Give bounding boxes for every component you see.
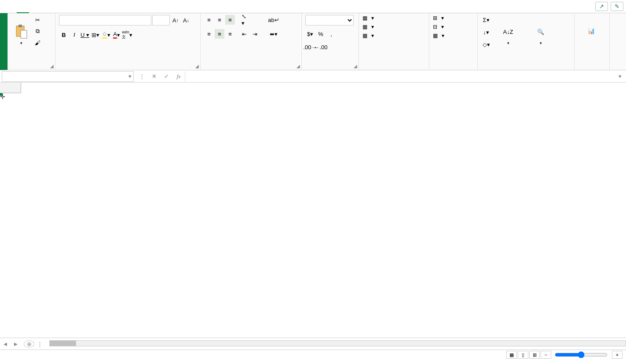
number-format-combo[interactable] <box>305 15 354 25</box>
bold-button[interactable]: B <box>59 30 69 40</box>
svg-rect-1 <box>18 25 22 27</box>
menu-formulas[interactable] <box>54 0 66 13</box>
italic-button[interactable]: I <box>70 30 79 40</box>
cell-style-button[interactable]: ▦ ▾ <box>362 33 374 39</box>
format-painter-button[interactable]: 🖌 <box>33 38 42 47</box>
menu-home[interactable] <box>17 0 29 13</box>
chevron-down-icon: ▾ <box>128 73 133 80</box>
wrap-icon: ab↵ <box>268 17 279 23</box>
share-button[interactable]: ↗ <box>595 2 608 11</box>
percent-button[interactable]: % <box>316 29 326 39</box>
fill-button[interactable]: ↓ ▾ <box>481 27 491 37</box>
decrease-decimal-button[interactable]: ←.00 <box>316 42 326 52</box>
view-normal-button[interactable]: ▦ <box>506 351 517 359</box>
merge-button[interactable]: ⬌ ▾ <box>265 29 282 39</box>
select-all-corner[interactable] <box>0 83 21 93</box>
cancel-formula-button[interactable]: ✕ <box>148 71 160 82</box>
underline-button[interactable]: U ▾ <box>80 30 90 40</box>
menu-insert[interactable] <box>29 0 41 13</box>
find-select-button[interactable]: 🔍 ▾ <box>525 15 556 55</box>
font-name-combo[interactable] <box>59 15 151 25</box>
fill-color-button[interactable]: ♢ ▾ <box>101 30 111 40</box>
format-cells-button[interactable]: ▦ ▾ <box>433 33 444 39</box>
decrease-indent-button[interactable]: ⇤ <box>239 29 249 39</box>
wrap-text-button[interactable]: ab↵ <box>265 15 282 25</box>
insert-cells-button[interactable]: ⊞ ▾ <box>433 15 444 21</box>
merge-icon: ⬌ <box>270 31 275 37</box>
phonetic-button[interactable]: wén文 ▾ <box>122 30 132 40</box>
expand-formula-icon[interactable]: ⋮ <box>135 71 148 82</box>
delete-cells-button[interactable]: ⊟ ▾ <box>433 24 444 30</box>
menu-layout[interactable] <box>41 0 54 13</box>
zoom-in-button[interactable]: + <box>612 351 622 359</box>
comma-button[interactable]: , <box>326 29 336 39</box>
menu-view[interactable] <box>91 0 103 13</box>
worksheet-grid[interactable]: ✛ <box>0 83 626 338</box>
zoom-slider[interactable] <box>555 351 608 358</box>
menu-help[interactable] <box>103 0 115 13</box>
clear-button[interactable]: ◇ ▾ <box>481 40 491 49</box>
font-group-label <box>59 68 197 69</box>
accept-formula-button[interactable]: ✓ <box>160 71 172 82</box>
ribbon-group-alignment: ≡ ≡ ≡ ⤡ ▾ ≡ ≡ ≡ ⇤ ⇥ ab↵ ⬌ ▾ <box>201 13 302 70</box>
align-right-button[interactable]: ≡ <box>225 29 235 39</box>
insert-function-button[interactable]: fx <box>172 71 185 82</box>
ribbon-group-editing: Σ ▾ ↓ ▾ ◇ ▾ A↓Z ▾ 🔍 ▾ <box>478 13 575 70</box>
menu-review[interactable] <box>78 0 91 13</box>
annotate-button[interactable]: ✎ <box>611 2 623 11</box>
sort-filter-button[interactable]: A↓Z ▾ <box>493 15 523 55</box>
formula-input[interactable] <box>185 71 614 82</box>
font-color-button[interactable]: A ▾ <box>112 30 121 40</box>
view-page-break-button[interactable]: ⊞ <box>529 351 540 359</box>
zoom-out-button[interactable]: − <box>541 351 551 359</box>
chart-icon: 📊 <box>584 23 599 38</box>
ribbon-group-clipboard: ▾ ✂ ⧉ 🖌 ◢ <box>8 13 55 70</box>
ribbon-group-number: $ ▾ % , .00→ ←.00 ◢ <box>302 13 359 70</box>
sheet-tabs-bar: ◄ ► ⊕ ⋮ <box>0 338 626 350</box>
number-group-label <box>305 68 355 69</box>
increase-font-button[interactable]: A↑ <box>171 15 180 25</box>
menu-bar: ↗ ✎ <box>0 0 626 13</box>
styles-group-label <box>362 68 425 69</box>
brush-icon: 🖌 <box>35 40 40 46</box>
align-middle-button[interactable]: ≡ <box>215 15 224 25</box>
number-launcher-icon[interactable]: ◢ <box>354 64 357 69</box>
menu-file[interactable] <box>4 0 17 13</box>
paste-button[interactable]: ▾ <box>11 15 31 55</box>
add-sheet-button[interactable]: ⊕ <box>24 340 34 348</box>
status-bar: ▦ ▯ ⊞ − + <box>0 350 626 360</box>
align-center-button[interactable]: ≡ <box>215 29 224 39</box>
copy-button[interactable]: ⧉ <box>33 26 42 36</box>
horizontal-scrollbar[interactable] <box>49 340 626 347</box>
increase-indent-button[interactable]: ⇥ <box>250 29 260 39</box>
analyze-data-button[interactable]: 📊 <box>578 15 604 55</box>
align-bottom-button[interactable]: ≡ <box>225 15 235 25</box>
currency-button[interactable]: $ ▾ <box>305 29 315 39</box>
font-launcher-icon[interactable]: ◢ <box>195 64 199 69</box>
align-top-button[interactable]: ≡ <box>204 15 214 25</box>
name-box[interactable]: ▾ <box>2 71 134 82</box>
decrease-font-button[interactable]: A↓ <box>181 15 191 25</box>
table-format-button[interactable]: ▦ ▾ <box>362 24 374 30</box>
cut-button[interactable]: ✂ <box>33 15 42 25</box>
align-left-button[interactable]: ≡ <box>204 29 214 39</box>
conditional-format-button[interactable]: ▦ ▾ <box>362 15 374 21</box>
orientation-button[interactable]: ⤡ ▾ <box>241 15 251 25</box>
ribbon-group-styles: ▦ ▾ ▦ ▾ ▦ ▾ <box>359 13 429 70</box>
tab-list-icon[interactable]: ⋮ <box>34 341 45 347</box>
menu-foxit[interactable] <box>115 0 128 13</box>
font-size-combo[interactable] <box>152 15 170 25</box>
align-group-label <box>204 68 298 69</box>
formula-expand-icon[interactable]: ▾ <box>614 71 626 82</box>
menu-data[interactable] <box>66 0 78 13</box>
cursor-cross-icon: ✛ <box>0 93 5 100</box>
svg-rect-2 <box>21 30 27 38</box>
tab-nav-next[interactable]: ► <box>11 341 21 347</box>
align-launcher-icon[interactable]: ◢ <box>297 64 300 69</box>
formula-bar: ▾ ⋮ ✕ ✓ fx ▾ <box>0 70 626 83</box>
border-button[interactable]: ⊞ ▾ <box>91 30 100 40</box>
autosum-button[interactable]: Σ ▾ <box>481 15 491 25</box>
view-page-layout-button[interactable]: ▯ <box>518 351 528 359</box>
tab-nav-prev[interactable]: ◄ <box>0 341 11 347</box>
clipboard-launcher-icon[interactable]: ◢ <box>50 64 54 69</box>
